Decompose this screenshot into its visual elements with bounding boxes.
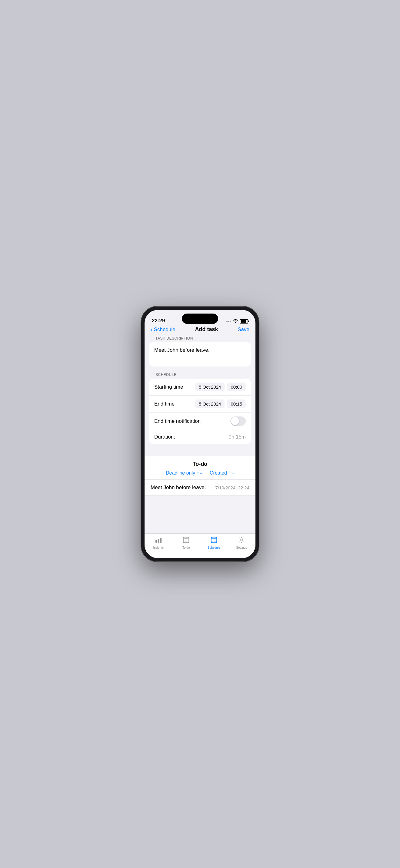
scroll-content[interactable]: TASK DESCRIPTION Meet John before leave.… [145,336,255,533]
task-description-section: TASK DESCRIPTION Meet John before leave. [145,336,255,373]
deadline-chevron-icon: ⌃⌄ [196,471,202,475]
task-description-text: Meet John before leave. [154,347,209,353]
todo-item: Meet John before leave. 7/10/2024, 22:24 [145,480,255,496]
tab-settings[interactable]: Settings [228,536,256,549]
tab-insights[interactable]: Insights [145,536,172,549]
starting-time-label: Starting time [154,384,183,390]
svg-rect-0 [155,540,157,542]
svg-point-13 [240,539,242,541]
text-cursor [210,347,210,352]
starting-date-pill[interactable]: 5 Oct 2024 [195,382,225,391]
status-icons [226,319,248,324]
status-time: 22:29 [152,318,165,324]
end-time-label: End time [154,401,175,407]
schedule-icon [210,536,218,545]
tab-todo[interactable]: To do [172,536,200,549]
tab-settings-label: Settings [236,546,247,549]
duration-label: Duration: [154,434,175,440]
battery-fill [240,320,246,322]
tab-schedule-label: Schedule [207,546,220,549]
insights-icon [154,536,163,545]
back-button[interactable]: ‹ Schedule [151,327,175,333]
save-button[interactable]: Save [237,327,249,333]
todo-header: To-do [145,456,255,470]
schedule-section-label: SCHEDULE [149,373,251,379]
todo-item-text: Meet John before leave. [151,485,206,491]
starting-time-controls: 5 Oct 2024 00:00 [195,382,246,391]
created-chevron-icon: ⌃⌄ [228,471,234,475]
created-filter-button[interactable]: Created ⌃⌄ [210,470,234,476]
notification-toggle[interactable] [230,416,246,426]
page-title: Add task [195,326,218,333]
svg-rect-2 [160,538,162,542]
schedule-section: SCHEDULE Starting time 5 Oct 2024 00:00 … [145,373,255,450]
phone-screen: 22:29 ‹ Sc [145,310,255,558]
signal-dots-icon [226,321,231,322]
todo-item-date: 7/10/2024, 22:24 [215,485,249,490]
starting-time-pill[interactable]: 00:00 [227,382,246,391]
end-time-controls: 5 Oct 2024 00:15 [195,400,246,408]
nav-bar: ‹ Schedule Add task Save [145,326,255,336]
dynamic-island [182,314,218,324]
duration-row: Duration: 0h 15m [149,430,251,444]
deadline-filter-label: Deadline only [166,470,195,476]
starting-time-row: Starting time 5 Oct 2024 00:00 [149,379,251,396]
toggle-knob [231,417,239,425]
svg-rect-1 [158,539,159,542]
tab-todo-label: To do [182,546,190,549]
back-label: Schedule [154,327,175,333]
schedule-card: Starting time 5 Oct 2024 00:00 End time … [149,379,251,444]
deadline-filter-button[interactable]: Deadline only ⌃⌄ [166,470,202,476]
wifi-icon [233,319,238,324]
notification-row: End time notification [149,412,251,430]
duration-value: 0h 15m [228,434,246,440]
created-filter-label: Created [210,470,227,476]
tab-bar: Insights To do [145,533,255,558]
battery-icon [240,319,248,323]
task-description-label: TASK DESCRIPTION [149,336,251,342]
notification-label: End time notification [154,418,201,424]
tab-schedule[interactable]: Schedule [200,536,228,549]
end-time-row: End time 5 Oct 2024 00:15 [149,396,251,412]
phone-outer: 22:29 ‹ Sc [141,306,259,562]
task-description-card[interactable]: Meet John before leave. [149,342,251,367]
settings-icon [237,536,246,545]
end-date-pill[interactable]: 5 Oct 2024 [195,400,225,408]
todo-filters: Deadline only ⌃⌄ Created ⌃⌄ [145,470,255,479]
todo-icon [182,536,190,545]
back-chevron-icon: ‹ [151,327,153,333]
end-time-pill[interactable]: 00:15 [227,400,246,408]
tab-insights-label: Insights [153,546,164,549]
todo-section: To-do Deadline only ⌃⌄ Created ⌃⌄ Meet J… [145,456,255,496]
